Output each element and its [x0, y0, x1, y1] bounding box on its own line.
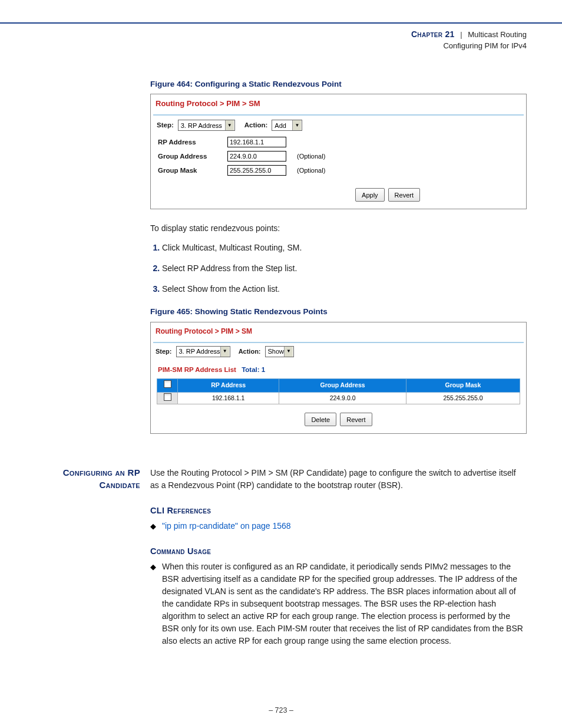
rp-candidate-intro: Use the Routing Protocol > PIM > SM (RP …: [150, 467, 527, 492]
chapter-label: Chapter 21: [411, 29, 455, 39]
action-label: Action:: [239, 347, 261, 357]
step-select-value: 3. RP Address: [179, 347, 220, 357]
group-mask-label: Group Mask: [158, 166, 227, 176]
list-item: Select RP Address from the Step list.: [162, 262, 527, 275]
group-address-note: (Optional): [297, 151, 325, 162]
page-number: – 723 –: [0, 705, 562, 716]
action-select-value: Add: [275, 121, 286, 131]
chapter-subtitle: Configuring PIM for IPv4: [443, 41, 527, 50]
col-group-address: Group Address: [279, 378, 406, 392]
bullet-icon: ◆: [150, 561, 156, 572]
figure-465-caption: Figure 465: Showing Static Rendezvous Po…: [150, 306, 527, 318]
delete-button[interactable]: Delete: [305, 413, 336, 426]
col-group-mask: Group Mask: [406, 378, 520, 392]
group-mask-input[interactable]: [227, 165, 286, 176]
rp-list-total: Total: 1: [242, 366, 265, 373]
step-select-value: 3. RP Address: [181, 121, 222, 131]
display-steps-list: Click Multicast, Multicast Routing, SM. …: [150, 242, 527, 295]
revert-button[interactable]: Revert: [340, 413, 372, 426]
chapter-title: Multicast Routing: [468, 30, 527, 39]
apply-button[interactable]: Apply: [355, 188, 385, 202]
step-select[interactable]: 3. RP Address ▼: [176, 346, 230, 357]
list-item: Select Show from the Action list.: [162, 283, 527, 295]
breadcrumb: Routing Protocol > PIM > SM: [151, 94, 526, 111]
step-select[interactable]: 3. RP Address ▼: [178, 120, 235, 131]
action-select-value: Show: [268, 347, 285, 357]
group-mask-note: (Optional): [297, 166, 325, 176]
action-select[interactable]: Add ▼: [272, 120, 302, 131]
rp-address-table: RP Address Group Address Group Mask 192.…: [157, 378, 520, 405]
figure-464-panel: Routing Protocol > PIM > SM Step: 3. RP …: [150, 94, 527, 210]
group-address-input[interactable]: [227, 151, 286, 162]
step-label: Step:: [157, 120, 174, 130]
cell-group-mask: 255.255.255.0: [406, 392, 520, 404]
cli-references-heading: CLI References: [150, 505, 527, 518]
chevron-down-icon: ▼: [225, 120, 234, 130]
command-usage-heading: Command Usage: [150, 545, 527, 558]
step-label: Step:: [156, 347, 172, 357]
action-label: Action:: [244, 120, 268, 130]
action-select[interactable]: Show ▼: [265, 346, 295, 357]
chevron-down-icon: ▼: [284, 347, 293, 357]
breadcrumb: Routing Protocol > PIM > SM: [151, 322, 526, 338]
chevron-down-icon: ▼: [220, 347, 229, 357]
cli-link[interactable]: "ip pim rp-candidate" on page 1568: [162, 520, 291, 532]
checkbox-icon: [164, 393, 171, 401]
col-rp-address: RP Address: [178, 378, 279, 392]
rp-address-label: RP Address: [158, 137, 227, 147]
rp-address-input[interactable]: [227, 137, 286, 147]
display-instruction: To display static rendezvous points:: [150, 222, 527, 235]
command-usage-text: When this router is configured as an RP …: [162, 561, 527, 647]
page-header: Chapter 21 | Multicast Routing Configuri…: [35, 28, 527, 52]
header-sep: |: [460, 30, 462, 39]
table-header-row: RP Address Group Address Group Mask: [157, 378, 520, 392]
table-row: 192.168.1.1 224.9.0.0 255.255.255.0: [157, 392, 520, 404]
row-select-cell[interactable]: [157, 392, 178, 404]
rp-list-title: PIM-SM RP Address List: [158, 366, 236, 373]
cell-rp-address: 192.168.1.1: [178, 392, 279, 404]
figure-465-panel: Routing Protocol > PIM > SM Step: 3. RP …: [150, 322, 527, 434]
revert-button[interactable]: Revert: [388, 188, 420, 202]
list-item: Click Multicast, Multicast Routing, SM.: [162, 242, 527, 254]
figure-464-caption: Figure 464: Configuring a Static Rendezv…: [150, 78, 527, 90]
select-all-header[interactable]: [157, 378, 178, 392]
group-address-label: Group Address: [158, 151, 227, 162]
bullet-icon: ◆: [150, 520, 156, 532]
cell-group-address: 224.9.0.0: [279, 392, 406, 404]
rp-candidate-sidetitle: Configuring an RP Candidate: [35, 467, 140, 491]
checkbox-icon: [164, 380, 171, 388]
chevron-down-icon: ▼: [292, 120, 301, 130]
